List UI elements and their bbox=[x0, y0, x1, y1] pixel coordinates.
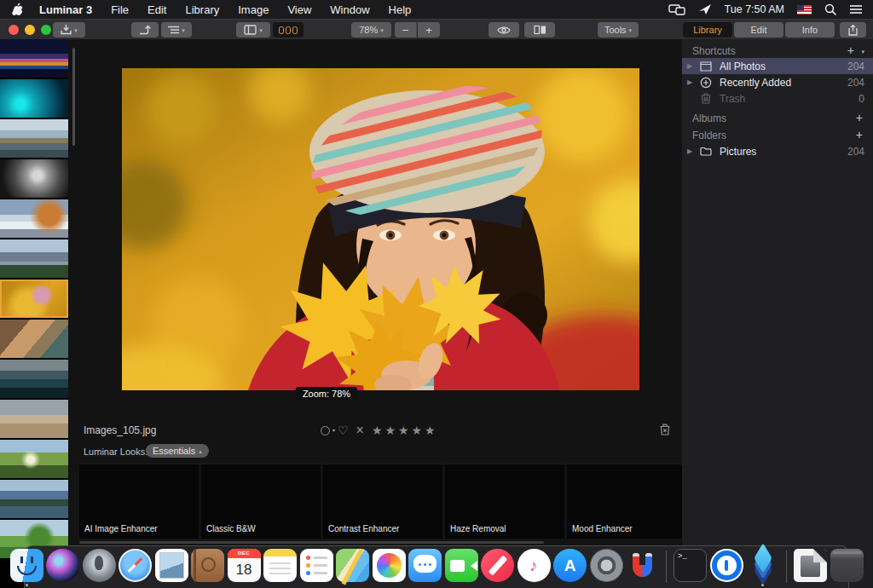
dock-terminal[interactable]: >_ bbox=[674, 549, 708, 586]
look-preset-ai-image-enhancer[interactable]: AI Image Enhancer bbox=[79, 464, 199, 539]
filmstrip-thumb-tree-sunrise[interactable] bbox=[0, 440, 68, 478]
zoom-in-button[interactable]: + bbox=[418, 22, 440, 37]
menu-help[interactable]: Help bbox=[379, 0, 421, 19]
dock: DEC 18 ♪ A >_ bbox=[24, 545, 849, 588]
menu-view[interactable]: View bbox=[278, 0, 321, 19]
filmstrip-thumb-mountains[interactable] bbox=[0, 239, 68, 278]
look-preset-classic-bw[interactable]: Classic B&W bbox=[201, 464, 321, 539]
reject-button[interactable]: × bbox=[356, 424, 364, 437]
chevron-down-icon[interactable]: ▾ bbox=[861, 49, 864, 55]
dock-app-store[interactable]: A bbox=[553, 549, 587, 586]
dock-luminar[interactable] bbox=[746, 549, 780, 586]
documents-stack-icon bbox=[794, 549, 827, 582]
dock-news[interactable] bbox=[481, 549, 515, 586]
menu-image[interactable]: Image bbox=[228, 0, 278, 19]
dock-messages[interactable] bbox=[408, 549, 442, 586]
minimize-window-button[interactable] bbox=[25, 25, 35, 35]
row-label: Trash bbox=[720, 93, 745, 105]
sidebar-item-trash[interactable]: Trash 0 bbox=[682, 90, 873, 107]
look-preset-contrast-enhancer[interactable]: Contrast Enhancer bbox=[323, 464, 442, 539]
tools-dropdown[interactable]: Tools ▾ bbox=[598, 22, 639, 37]
close-window-button[interactable] bbox=[9, 25, 19, 35]
menu-file[interactable]: File bbox=[101, 0, 138, 19]
delete-photo-button[interactable] bbox=[660, 424, 670, 435]
export-button[interactable]: ▾ bbox=[53, 22, 85, 37]
dock-safari[interactable] bbox=[119, 549, 153, 586]
disclosure-triangle-icon[interactable]: ▶ bbox=[682, 147, 697, 155]
gallery-view-button[interactable]: ▾ bbox=[236, 22, 270, 37]
menu-bar: Luminar 3 File Edit Library Image View W… bbox=[0, 0, 873, 19]
filmstrip-thumb-lake-reflection[interactable] bbox=[0, 480, 68, 518]
sort-options-button[interactable]: ▾ bbox=[161, 22, 192, 37]
looks-scrollbar[interactable] bbox=[79, 541, 544, 544]
disclosure-triangle-icon[interactable]: ▶ bbox=[682, 78, 697, 86]
disclosure-triangle-icon[interactable]: ▶ bbox=[682, 62, 697, 70]
menu-window[interactable]: Window bbox=[321, 0, 379, 19]
sidebar-item-all-photos[interactable]: ▶ All Photos 204 bbox=[682, 58, 873, 74]
dock-notes[interactable] bbox=[263, 549, 298, 586]
sidebar-item-recently-added[interactable]: ▶ Recently Added 204 bbox=[682, 74, 873, 90]
zoom-level-dropdown[interactable]: 78% ▾ bbox=[351, 22, 391, 37]
filmstrip-view-button[interactable] bbox=[273, 22, 304, 37]
dock-contacts[interactable] bbox=[191, 549, 225, 586]
filmstrip-thumb-fantasy-art[interactable] bbox=[0, 320, 68, 358]
displays-icon[interactable] bbox=[668, 4, 685, 15]
zoom-window-button[interactable] bbox=[41, 25, 51, 35]
input-source-flag-icon[interactable] bbox=[797, 5, 812, 14]
dock-launchpad[interactable] bbox=[82, 549, 116, 586]
favorite-heart-button[interactable]: ♡ bbox=[338, 424, 349, 436]
notification-center-icon[interactable] bbox=[849, 4, 863, 14]
filmstrip-thumb-autumn-portrait-selected[interactable] bbox=[0, 280, 68, 318]
photo-viewport[interactable] bbox=[122, 68, 639, 390]
look-preset-mood-enhancer[interactable]: Mood Enhancer bbox=[567, 464, 682, 539]
filmstrip-scrollbar[interactable] bbox=[72, 48, 75, 146]
add-album-button[interactable]: + bbox=[856, 111, 863, 124]
looks-label: Luminar Looks: bbox=[84, 447, 147, 457]
tab-edit[interactable]: Edit bbox=[734, 22, 783, 37]
dock-facetime[interactable] bbox=[444, 549, 478, 586]
tools-label: Tools bbox=[604, 25, 627, 35]
dock-itunes[interactable]: ♪ bbox=[517, 549, 551, 586]
tab-info[interactable]: Info bbox=[785, 22, 835, 37]
paper-plane-icon[interactable] bbox=[698, 3, 712, 15]
star-rating[interactable]: ★★★★★ bbox=[372, 424, 438, 437]
filmstrip-thumb-cougar-snow[interactable] bbox=[0, 199, 68, 238]
apple-menu-icon[interactable] bbox=[12, 3, 23, 16]
add-folder-button[interactable]: + bbox=[856, 128, 863, 141]
menu-clock[interactable]: Tue 7:50 AM bbox=[725, 3, 784, 15]
compare-button[interactable] bbox=[524, 22, 555, 37]
dock-finder[interactable] bbox=[9, 549, 43, 586]
filmstrip-thumb-blue-feathers[interactable] bbox=[0, 79, 68, 118]
look-preset-haze-removal[interactable]: Haze Removal bbox=[445, 464, 564, 539]
tab-library[interactable]: Library bbox=[683, 22, 732, 37]
dock-photos[interactable] bbox=[372, 549, 406, 586]
filmstrip-thumb-storm-waves[interactable] bbox=[0, 360, 68, 398]
dock-reminders[interactable] bbox=[299, 549, 333, 586]
share-button[interactable] bbox=[840, 22, 866, 37]
back-up-button[interactable] bbox=[131, 22, 159, 37]
dock-documents[interactable] bbox=[794, 549, 828, 586]
dock-mail[interactable] bbox=[154, 549, 188, 586]
quick-preview-button[interactable] bbox=[489, 22, 519, 37]
looks-category-dropdown[interactable]: Essentials ▴ bbox=[146, 444, 209, 458]
dock-1password[interactable] bbox=[709, 549, 743, 586]
menu-library[interactable]: Library bbox=[176, 0, 228, 19]
sidebar-item-pictures[interactable]: ▶ Pictures 204 bbox=[682, 143, 873, 159]
add-shortcut-button[interactable]: + bbox=[847, 43, 854, 57]
menu-edit[interactable]: Edit bbox=[138, 0, 176, 19]
dock-trash[interactable] bbox=[830, 549, 864, 586]
dock-maps[interactable] bbox=[336, 549, 370, 586]
color-label-picker[interactable]: ▾ bbox=[321, 426, 330, 435]
spotlight-search-icon[interactable] bbox=[824, 3, 836, 15]
filmstrip-thumb-city-night[interactable] bbox=[0, 39, 68, 78]
dock-magnet[interactable] bbox=[626, 549, 660, 586]
dock-siri[interactable] bbox=[46, 549, 80, 586]
filmstrip-thumb-coastline[interactable] bbox=[0, 119, 68, 158]
tab-library-label: Library bbox=[693, 25, 722, 35]
app-menu[interactable]: Luminar 3 bbox=[30, 0, 101, 19]
zoom-out-button[interactable]: − bbox=[395, 22, 417, 37]
filmstrip-thumb-bw-portrait[interactable] bbox=[0, 159, 68, 198]
filmstrip-thumb-desert-plain[interactable] bbox=[0, 400, 68, 438]
dock-system-preferences[interactable] bbox=[589, 549, 623, 586]
dock-calendar[interactable]: DEC 18 bbox=[227, 549, 261, 586]
